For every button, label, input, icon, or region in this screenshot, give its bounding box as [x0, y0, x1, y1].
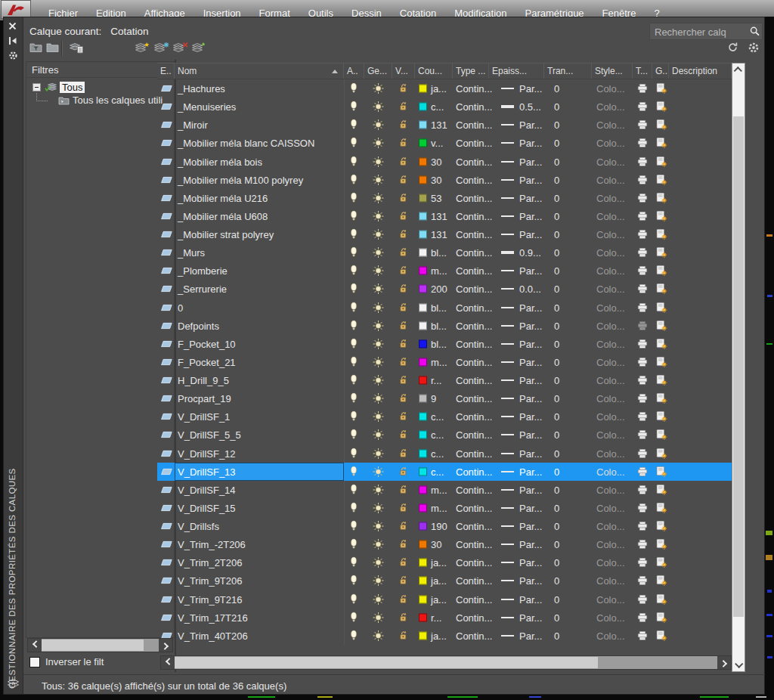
layer-linetype[interactable]: Contin...: [456, 521, 492, 532]
layer-linetype[interactable]: Contin...: [456, 101, 492, 113]
layer-color-swatch[interactable]: [419, 395, 427, 403]
layer-linetype[interactable]: Contin...: [456, 612, 492, 623]
layer-unlock-icon[interactable]: [399, 429, 409, 440]
layer-freeze-sun-icon[interactable]: [373, 448, 384, 459]
layer-row-f-pocket-10[interactable]: F_Pocket_10bl...Contin...Par...0Colo...: [157, 335, 732, 353]
scroll-up-icon[interactable]: [732, 63, 745, 77]
layer-transparency[interactable]: 0: [554, 302, 559, 313]
layer-plot-printer-icon[interactable]: [637, 357, 648, 367]
layer-color-swatch[interactable]: [419, 559, 427, 567]
layer-row-mobilier-m-la-blanc-caisson[interactable]: _Mobilier méla blanc CAISSONv...Contin..…: [157, 134, 732, 152]
layer-color-swatch[interactable]: [419, 467, 427, 475]
layer-name[interactable]: V_DrillSF_15: [178, 502, 236, 513]
layer-name[interactable]: V_Drillsfs: [178, 521, 219, 532]
layer-search-box[interactable]: [649, 23, 763, 40]
column-header-t[interactable]: T...: [633, 63, 652, 79]
layer-plot-style[interactable]: Colo...: [596, 593, 625, 605]
layer-plot-style[interactable]: Colo...: [596, 320, 625, 331]
layer-lineweight[interactable]: Par...: [519, 210, 542, 221]
layer-lineweight[interactable]: Par...: [519, 192, 542, 203]
layer-row-murs[interactable]: _Mursbl...Contin...0.9...0Colo...: [157, 243, 732, 262]
layer-lineweight[interactable]: Par...: [519, 138, 542, 149]
layer-plot-printer-icon[interactable]: [637, 503, 648, 513]
layer-color-swatch[interactable]: [419, 431, 427, 439]
auto-hide-icon[interactable]: [8, 36, 20, 48]
layer-name[interactable]: 0: [178, 302, 183, 313]
layer-name[interactable]: V_DrillSF_5_5: [178, 429, 241, 441]
layer-color-swatch[interactable]: [419, 413, 427, 421]
layer-transparency[interactable]: 0: [554, 393, 559, 404]
layer-unlock-icon[interactable]: [399, 393, 409, 404]
layer-color-label[interactable]: c...: [431, 466, 444, 477]
layer-lineweight[interactable]: Par...: [519, 411, 542, 423]
layer-color-swatch[interactable]: [419, 85, 427, 93]
layer-plot-style[interactable]: Colo...: [596, 539, 625, 550]
new-vp-freeze-icon[interactable]: [656, 83, 667, 94]
layer-color-label[interactable]: 131: [431, 119, 447, 131]
scroll-right-icon[interactable]: [159, 639, 172, 652]
layer-transparency[interactable]: 0: [554, 83, 559, 94]
layer-freeze-sun-icon[interactable]: [373, 138, 384, 149]
layer-plot-printer-icon[interactable]: [637, 321, 648, 330]
layer-on-bulb-icon[interactable]: [350, 448, 358, 459]
layer-freeze-sun-icon[interactable]: [373, 83, 384, 94]
new-vp-freeze-icon[interactable]: [656, 375, 667, 386]
layer-color-swatch[interactable]: [419, 212, 427, 220]
layer-color-label[interactable]: bl...: [431, 320, 447, 331]
layer-row-mobilier-m-la-u216[interactable]: _Mobilier méla U21653Contin...Par...0Col…: [157, 189, 732, 207]
layer-color-label[interactable]: v...: [431, 138, 443, 149]
layer-row-mobilier-m-la-u608[interactable]: _Mobilier méla U608131Contin...Par...0Co…: [157, 207, 732, 225]
layer-unlock-icon[interactable]: [399, 193, 409, 203]
layer-color-label[interactable]: 30: [431, 539, 441, 550]
layer-linetype[interactable]: Contin...: [456, 466, 492, 477]
layer-name[interactable]: _Mobilier strat polyrey: [178, 229, 274, 240]
layer-plot-style[interactable]: Colo...: [596, 575, 625, 587]
layer-transparency[interactable]: 0: [554, 448, 559, 459]
layer-row-v-drillsf-13[interactable]: V_DrillSF_13c...Contin...Par...0Colo...: [157, 463, 732, 481]
layer-name[interactable]: F_Pocket_21: [178, 356, 236, 367]
layer-row-v-trim-17t216[interactable]: V_Trim_17T216r...Contin...Par...0Colo...: [157, 609, 732, 627]
column-header-ge[interactable]: Ge...: [364, 63, 392, 79]
layer-transparency[interactable]: 0: [554, 575, 559, 587]
layer-plot-style[interactable]: Colo...: [596, 356, 625, 367]
scroll-down-icon[interactable]: [732, 658, 745, 671]
layer-color-swatch[interactable]: [419, 194, 427, 202]
layer-plot-style[interactable]: Colo...: [596, 393, 625, 404]
layer-name[interactable]: Defpoints: [178, 320, 219, 331]
new-vp-freeze-icon[interactable]: [656, 320, 667, 331]
layer-lineweight[interactable]: Par...: [519, 320, 542, 331]
properties-menu-icon[interactable]: [8, 51, 20, 62]
layer-unlock-icon[interactable]: [399, 411, 409, 422]
layer-transparency[interactable]: 0: [554, 138, 559, 149]
layer-row-v-trim-40t206[interactable]: V_Trim_40T206ja...Contin...Par...0Colo..…: [157, 627, 732, 645]
layer-freeze-sun-icon[interactable]: [373, 484, 384, 495]
layer-unlock-icon[interactable]: [399, 247, 409, 258]
layer-transparency[interactable]: 0: [554, 484, 559, 495]
layer-color-label[interactable]: c...: [431, 411, 444, 423]
layer-row-h-drill-9-5[interactable]: H_Drill_9_5r...Contin...Par...0Colo...: [157, 371, 732, 389]
layer-transparency[interactable]: 0: [554, 174, 559, 185]
layer-name[interactable]: V_Trim_-2T206: [178, 539, 246, 550]
layer-lineweight[interactable]: Par...: [519, 539, 542, 550]
layer-linetype[interactable]: Contin...: [456, 539, 492, 550]
layer-linetype[interactable]: Contin...: [456, 448, 492, 459]
tree-expander-icon[interactable]: [33, 83, 41, 91]
layer-on-bulb-icon[interactable]: [350, 156, 358, 167]
layer-unlock-icon[interactable]: [399, 594, 409, 605]
new-vp-freeze-icon[interactable]: [656, 356, 667, 367]
layer-on-bulb-icon[interactable]: [350, 612, 358, 623]
layer-plot-printer-icon[interactable]: [637, 522, 648, 531]
layer-unlock-icon[interactable]: [399, 119, 409, 130]
layer-color-swatch[interactable]: [419, 267, 427, 275]
scroll-left-icon[interactable]: [28, 639, 42, 652]
layer-color-swatch[interactable]: [419, 321, 427, 330]
layer-row-mobilier-m-la-m100-polyrey[interactable]: _Mobilier méla M100 polyrey30Contin...Pa…: [157, 171, 732, 189]
layer-color-label[interactable]: 190: [431, 521, 447, 532]
layer-color-label[interactable]: r...: [431, 612, 441, 623]
layer-lineweight[interactable]: Par...: [519, 575, 542, 587]
layer-unlock-icon[interactable]: [399, 557, 409, 568]
layer-name[interactable]: _Mobilier méla U216: [178, 192, 268, 203]
layer-row-plomberie[interactable]: _Plomberiem...Contin...Par...0Colo...: [157, 262, 732, 280]
layer-color-swatch[interactable]: [419, 285, 427, 293]
new-vp-freeze-icon[interactable]: [656, 210, 667, 221]
